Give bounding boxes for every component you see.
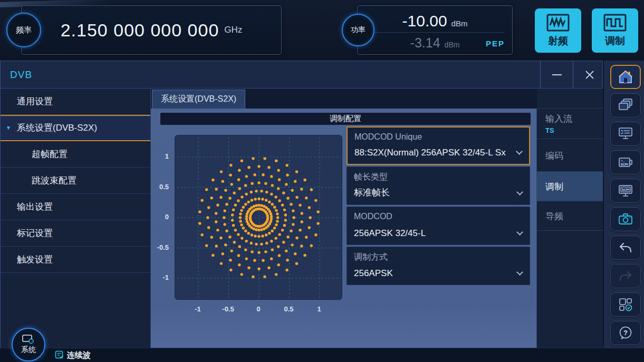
rf-toggle-button[interactable]: 射频 [535, 8, 581, 53]
frequency-display-panel[interactable]: 2.150 000 000 000 GHz [21, 5, 282, 55]
sidebar-item-system-settings[interactable]: ▼ 系统设置(DVB-S2X) [1, 115, 150, 141]
svg-text:SCPI: SCPI [621, 162, 629, 166]
system-gear-icon [22, 335, 35, 345]
sidebar-item-beam-hopping-config[interactable]: 跳波束配置 [1, 168, 150, 194]
field-modcod-unique[interactable]: MODCOD Unique 88:S2X(Normal) 256APSK 32/… [347, 126, 530, 165]
power-main-row: -10.00 dBm [358, 8, 512, 30]
x-tick-label: -1 [195, 305, 201, 313]
window-titlebar[interactable]: DVB [1, 61, 602, 89]
chevron-down-icon [516, 148, 523, 155]
constellation-svg [175, 135, 343, 300]
rail-button-scpi-record[interactable]: >_ SCPI [610, 150, 641, 174]
x-tick-label: 0 [256, 305, 260, 313]
frequency-value: 2.150 000 000 000 [61, 20, 219, 41]
top-bar: 2.150 000 000 000 GHz 频率 -10.00 dBm -3.1… [0, 0, 644, 61]
power-row-divider [365, 32, 505, 33]
field-modulation-type[interactable]: 调制方式 256APSK [347, 247, 530, 285]
dvb-window: DVB 通用设置 ▼ 系统设置(DVB-S2X) 超帧配置 跳波束配置 输出设置 [0, 61, 603, 348]
rf-waveform-icon [546, 13, 570, 32]
field-frame-length-type[interactable]: 帧长类型 标准帧长 [347, 167, 530, 205]
rail-button-help[interactable]: ? [610, 321, 641, 345]
side-icon-rail: >_ SCPI SCPI [604, 61, 644, 348]
modulation-button-label: 调制 [605, 34, 625, 48]
system-button-label: 系统 [21, 345, 36, 355]
tab-system-settings[interactable]: 系统设置(DVB-S2X) [152, 90, 245, 109]
scpi-display-icon: SCPI [618, 183, 633, 199]
right-tab-pilot[interactable]: 导频 [537, 201, 603, 231]
sidebar-item-trigger-settings[interactable]: 触发设置 [1, 247, 150, 273]
sidebar-item-output-settings[interactable]: 输出设置 [1, 194, 150, 220]
help-icon: ? [618, 325, 633, 341]
pep-label: PEP [486, 39, 505, 48]
svg-text:SCPI: SCPI [622, 188, 630, 191]
apps-grid-check-icon [618, 297, 633, 312]
undo-arrow-icon [618, 240, 633, 256]
rail-button-preset-apps[interactable] [610, 292, 641, 317]
pulse-waveform-icon [603, 13, 627, 32]
sidebar-item-superframe-config[interactable]: 超帧配置 [1, 141, 150, 168]
y-axis-tick-labels: 10.50-0.5-1 [152, 135, 172, 300]
svg-text:?: ? [623, 329, 628, 337]
power-knob-button[interactable]: 功率 [342, 14, 374, 46]
x-axis-tick-labels: -1-0.500.51 [175, 305, 342, 314]
scpi-record-icon: >_ SCPI [618, 154, 633, 170]
modulation-toggle-button[interactable]: 调制 [592, 8, 638, 53]
rail-button-redo[interactable] [610, 264, 641, 288]
power-unit: dBm [451, 19, 468, 28]
power-display-panel[interactable]: -10.00 dBm -3.14 dBm PEP [357, 5, 513, 55]
right-tab-input-stream[interactable]: 输入流 TS [537, 109, 603, 139]
modulation-fields: MODCOD Unique 88:S2X(Normal) 256APSK 32/… [347, 126, 530, 287]
right-menu-header [537, 89, 603, 109]
chevron-down-icon [516, 229, 523, 236]
power-value: -10.00 [402, 12, 447, 30]
status-bar: 2023-08-26 16:41 [0, 348, 644, 362]
close-icon [584, 70, 595, 80]
chevron-down-icon [516, 269, 523, 276]
redo-arrow-icon [618, 268, 633, 284]
signal-generator-screen: { "colors": { "accent_cyan": "#35c6ee", … [0, 0, 644, 362]
rail-button-windows[interactable] [610, 93, 641, 118]
expanded-triangle-icon: ▼ [6, 116, 11, 140]
x-tick-label: 0.5 [284, 305, 293, 313]
field-modcod[interactable]: MODCOD 256APSK 32/45-L [347, 207, 530, 245]
settings-sidebar: 通用设置 ▼ 系统设置(DVB-S2X) 超帧配置 跳波束配置 输出设置 标记设… [1, 89, 151, 348]
pep-unit: dBm [445, 41, 460, 49]
rail-button-home[interactable] [610, 65, 641, 89]
right-tab-encoding[interactable]: 编码 [537, 139, 603, 172]
frequency-unit: GHz [224, 25, 242, 35]
modulation-section-menu: 输入流 TS 编码 调制 导频 [537, 89, 603, 348]
rf-button-label: 射频 [548, 34, 568, 48]
minimize-button[interactable] [540, 61, 573, 88]
camera-icon [618, 211, 633, 227]
rail-button-scpi-display[interactable]: SCPI [610, 179, 641, 203]
window-title: DVB [10, 61, 32, 89]
modulation-config-panel: 调制配置 -1-0.500.51 10.50-0.5-1 MODCOD Uniq… [151, 109, 537, 348]
panel-header: 调制配置 [160, 113, 531, 125]
input-stream-type-value: TS [545, 126, 554, 134]
rail-button-system-options[interactable] [610, 122, 641, 146]
monitor-checklist-icon [618, 126, 633, 142]
rail-button-undo[interactable] [610, 236, 641, 260]
sidebar-item-marker-settings[interactable]: 标记设置 [1, 220, 150, 247]
stacked-windows-icon [618, 97, 633, 113]
close-button[interactable] [573, 61, 605, 88]
y-tick-label: -1 [162, 273, 169, 282]
tab-row: 系统设置(DVB-S2X) [151, 89, 537, 109]
waveform-note-icon [55, 350, 64, 361]
frequency-knob-button[interactable]: 频率 [6, 13, 41, 47]
minimize-icon [552, 74, 562, 75]
chevron-down-icon [516, 189, 523, 195]
x-tick-label: -0.5 [222, 305, 234, 313]
signal-mode-label: 连续波 [67, 348, 91, 362]
constellation-plot [175, 135, 342, 300]
y-tick-label: -0.5 [157, 243, 169, 252]
system-menu-button[interactable]: 系统 [12, 328, 45, 361]
x-tick-label: 1 [317, 305, 321, 313]
rail-button-screenshot[interactable] [610, 207, 641, 231]
right-tab-modulation[interactable]: 调制 [537, 172, 603, 201]
pep-value: -3.14 [410, 35, 440, 51]
y-tick-label: 1 [165, 152, 169, 161]
sidebar-item-general-settings[interactable]: 通用设置 [1, 89, 150, 115]
y-tick-label: 0 [165, 212, 169, 222]
home-icon [618, 69, 633, 85]
